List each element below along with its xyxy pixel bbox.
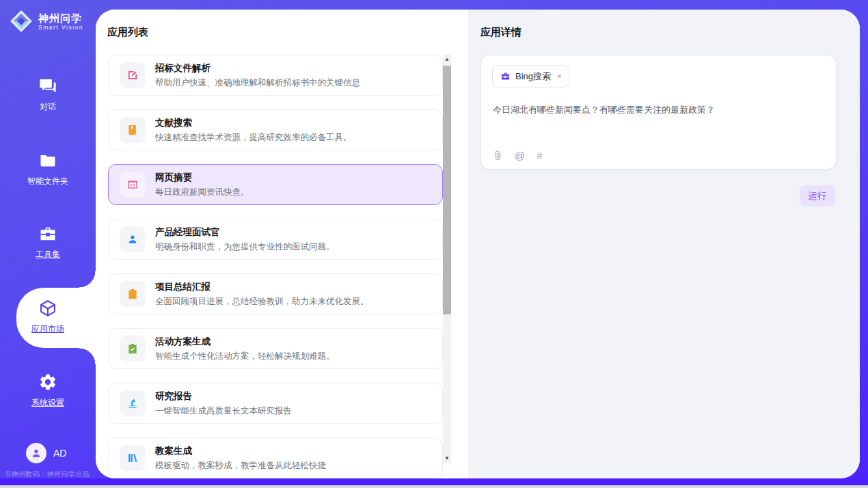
run-button[interactable]: 运行	[800, 185, 835, 206]
app-card-desc: 每日政府新闻资讯快查。	[155, 187, 249, 198]
app-card-title: 教案生成	[155, 445, 326, 457]
sidebar-item-4[interactable]: 应用市场	[0, 299, 96, 335]
pen-square-icon	[126, 69, 139, 81]
scrollbar[interactable]: ▲ ▼	[443, 55, 451, 463]
tool-chip[interactable]: Bing搜索 ×	[492, 65, 569, 87]
app-card-title: 活动方案生成	[155, 336, 335, 348]
avatar	[26, 443, 46, 463]
toolbox-icon	[38, 224, 57, 243]
microscope-icon	[126, 397, 139, 409]
clipboard-icon	[126, 288, 139, 300]
composer-toolbar: @ #	[493, 150, 543, 161]
sidebar-item-label: 工具集	[36, 249, 60, 260]
sidebar-item-label: 系统设置	[31, 397, 64, 409]
hash-icon[interactable]: #	[537, 150, 542, 161]
cube-icon	[38, 299, 57, 318]
tool-chip-label: Bing搜索	[515, 70, 551, 83]
composer-card: Bing搜索 × 今日湖北有哪些新闻要点？有哪些需要关注的最新政策？ @ #	[480, 55, 837, 170]
app-card-icon-wrap	[120, 336, 146, 362]
app-card-title: 研究报告	[155, 390, 292, 403]
chip-close-icon[interactable]: ×	[557, 72, 562, 81]
app-window: 神州问学 Smart Vision 对话智能文件夹工具集应用市场系统设置 AD …	[0, 0, 868, 488]
sidebar-item-label: 对话	[40, 101, 56, 113]
sidebar-item-2[interactable]: 智能文件夹	[0, 151, 96, 187]
app-card[interactable]: 产品经理面试官明确身份和职责，为您提供专业性的面试问题。	[108, 219, 443, 260]
sidebar: 神州问学 Smart Vision 对话智能文件夹工具集应用市场系统设置 AD …	[0, 0, 96, 485]
app-card-title: 文献搜索	[155, 117, 352, 129]
app-card-title: 项目总结汇报	[155, 281, 369, 293]
content-area: 应用列表 招标文件解析帮助用户快速、准确地理解和解析招标书中的关键信息文献搜索快…	[96, 10, 860, 478]
gear-icon	[38, 372, 57, 392]
app-card-desc: 全面回顾项目进展，总结经验教训，助力未来优化发展。	[155, 296, 369, 308]
chat-icon	[38, 77, 57, 96]
books-icon	[126, 452, 139, 464]
app-card-icon-wrap	[120, 390, 146, 416]
copyright: ©神州数码 · 神州问学出品	[0, 470, 96, 479]
bottom-accent-band	[0, 478, 868, 485]
app-card-desc: 帮助用户快速、准确地理解和解析招标书中的关键信息	[155, 77, 360, 89]
app-card[interactable]: 项目总结汇报全面回顾项目进展，总结经验教训，助力未来优化发展。	[108, 273, 443, 314]
sidebar-item-label: 应用市场	[31, 323, 64, 335]
sidebar-item-5[interactable]: 系统设置	[0, 372, 96, 409]
app-card[interactable]: 教案生成模板驱动，教案秒成，教学准备从此轻松快捷	[108, 437, 443, 478]
user-name: AD	[53, 448, 66, 459]
interview-icon	[126, 233, 139, 245]
user-account[interactable]: AD	[26, 443, 66, 463]
app-card-title: 产品经理面试官	[155, 226, 335, 239]
app-card-icon-wrap	[120, 281, 146, 307]
app-detail-panel: 应用详情 Bing搜索 × 今日湖北有哪些新闻要点？有哪些需要关注的最新政策？ …	[468, 10, 860, 478]
app-card-desc: 智能生成个性化活动方案，轻松解决规划难题。	[155, 351, 335, 362]
folder-icon	[38, 151, 57, 170]
app-card-icon-wrap	[120, 117, 146, 143]
briefcase-icon	[500, 71, 511, 81]
scroll-up-icon[interactable]: ▲	[443, 55, 451, 64]
app-card-icon-wrap	[120, 172, 146, 198]
at-icon[interactable]: @	[515, 150, 525, 161]
user-icon	[30, 447, 42, 459]
app-card-icon-wrap	[120, 62, 146, 88]
book-icon	[126, 124, 139, 136]
scroll-down-icon[interactable]: ▼	[443, 454, 451, 463]
app-card[interactable]: 网页摘要每日政府新闻资讯快查。	[108, 164, 443, 205]
app-card-desc: 模板驱动，教案秒成，教学准备从此轻松快捷	[155, 460, 326, 472]
sidebar-item-1[interactable]: 对话	[0, 77, 96, 113]
sidebar-item-3[interactable]: 工具集	[0, 224, 96, 260]
sidebar-nav: 对话智能文件夹工具集应用市场系统设置	[0, 0, 96, 485]
scrollbar-thumb[interactable]	[443, 66, 451, 314]
app-card-title: 网页摘要	[155, 172, 249, 184]
app-card-title: 招标文件解析	[155, 62, 360, 74]
sidebar-item-label: 智能文件夹	[27, 176, 68, 187]
app-card-desc: 明确身份和职责，为您提供专业性的面试问题。	[155, 241, 335, 253]
app-detail-title: 应用详情	[480, 26, 521, 39]
app-list-panel: 应用列表 招标文件解析帮助用户快速、准确地理解和解析招标书中的关键信息文献搜索快…	[96, 10, 468, 478]
app-card-icon-wrap	[120, 226, 146, 252]
clipboard-check-icon	[126, 342, 139, 355]
app-card[interactable]: 文献搜索快速精准查找学术资源，提高研究效率的必备工具。	[108, 109, 443, 150]
browser-code-icon	[126, 178, 139, 191]
app-card-desc: 快速精准查找学术资源，提高研究效率的必备工具。	[155, 132, 352, 144]
paperclip-icon[interactable]	[493, 150, 503, 161]
app-card-list: 招标文件解析帮助用户快速、准确地理解和解析招标书中的关键信息文献搜索快速精准查找…	[108, 55, 443, 478]
app-card[interactable]: 活动方案生成智能生成个性化活动方案，轻松解决规划难题。	[108, 328, 443, 369]
app-card-desc: 一键智能生成高质量长文本研究报告	[155, 405, 292, 417]
bottom-edge	[0, 485, 868, 488]
app-card[interactable]: 研究报告一键智能生成高质量长文本研究报告	[108, 383, 443, 424]
app-card-icon-wrap	[120, 445, 146, 471]
query-text[interactable]: 今日湖北有哪些新闻要点？有哪些需要关注的最新政策？	[493, 103, 824, 116]
app-list-title: 应用列表	[107, 26, 148, 39]
app-card[interactable]: 招标文件解析帮助用户快速、准确地理解和解析招标书中的关键信息	[108, 55, 443, 96]
